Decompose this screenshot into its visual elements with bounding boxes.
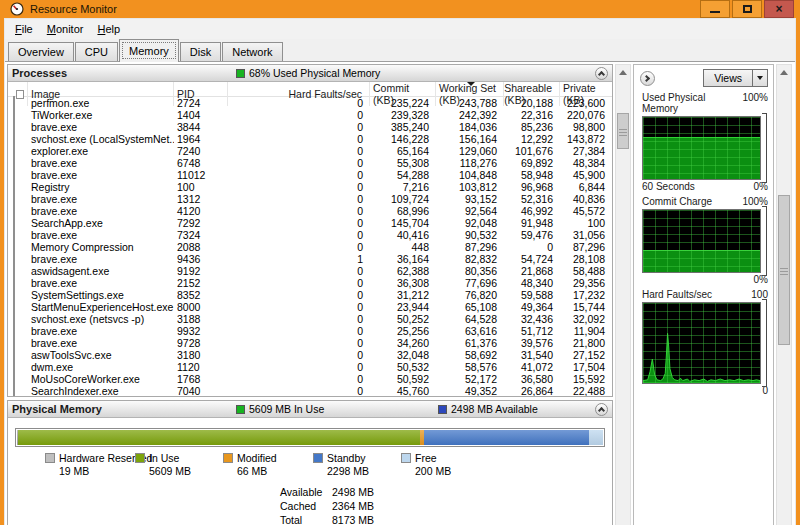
memory-graph: Commit Charge100% 0% (634, 196, 773, 286)
cell-hard-faults: 0 (228, 217, 370, 229)
cell-shareable: 21,868 (504, 265, 560, 277)
table-row[interactable]: svchost.exe (netsvcs -p) 3188 0 50,252 6… (8, 313, 612, 325)
cell-commit: 31,212 (370, 289, 436, 301)
table-row[interactable]: svchost.exe (LocalSystemNet... 1964 0 14… (8, 133, 612, 145)
table-row[interactable]: explorer.exe 7240 0 65,164 129,060 101,6… (8, 145, 612, 157)
column-header-pid[interactable]: PID (174, 82, 228, 106)
tab-disk[interactable]: Disk (180, 42, 221, 61)
cell-working-set: 129,060 (436, 145, 504, 157)
cell-pid: 2152 (174, 277, 228, 289)
tab-overview[interactable]: Overview (8, 42, 74, 61)
table-row[interactable]: brave.exe 4120 0 68,996 92,564 46,992 45… (8, 205, 612, 217)
left-scrollbar[interactable] (615, 64, 631, 525)
cell-working-set: 80,356 (436, 265, 504, 277)
cell-commit: 62,388 (370, 265, 436, 277)
cell-hard-faults: 0 (228, 313, 370, 325)
cell-working-set: 82,832 (436, 253, 504, 265)
close-icon: × (775, 3, 782, 15)
table-row[interactable]: dwm.exe 1120 0 50,532 58,576 41,072 17,5… (8, 361, 612, 373)
collapse-processes-button[interactable] (595, 67, 608, 80)
menu-help[interactable]: Help (91, 21, 126, 37)
table-row[interactable]: TiWorker.exe 1404 0 239,328 242,392 22,3… (8, 109, 612, 121)
stat-label: Available (280, 486, 332, 498)
table-row[interactable]: aswidsagent.exe 9192 0 62,388 80,356 21,… (8, 265, 612, 277)
table-row[interactable]: SearchApp.exe 7292 0 145,704 92,048 91,9… (8, 217, 612, 229)
maximize-button[interactable] (732, 0, 762, 18)
cell-hard-faults: 0 (228, 289, 370, 301)
column-header-image[interactable]: Image (28, 82, 174, 106)
legend-item: Standby 2298 MB (313, 452, 369, 477)
menu-monitor[interactable]: Monitor (41, 21, 90, 37)
table-row[interactable]: aswToolsSvc.exe 3180 0 32,048 58,692 31,… (8, 349, 612, 361)
table-row[interactable]: brave.exe 1312 0 109,724 93,152 52,316 4… (8, 193, 612, 205)
cell-commit: 50,252 (370, 313, 436, 325)
cell-image: MoUsoCoreWorker.exe (28, 373, 174, 385)
table-row[interactable]: Registry 100 0 7,216 103,812 96,968 6,84… (8, 181, 612, 193)
cell-working-set: 49,352 (436, 385, 504, 396)
minimize-button[interactable] (700, 0, 730, 18)
cell-pid: 7324 (174, 229, 228, 241)
cell-hard-faults: 0 (228, 241, 370, 253)
cell-shareable: 58,948 (504, 169, 560, 181)
table-row[interactable]: brave.exe 7324 0 40,416 90,532 59,476 31… (8, 229, 612, 241)
cell-working-set: 242,392 (436, 109, 504, 121)
graph-title: Commit Charge (642, 196, 712, 207)
column-header-hard-faults[interactable]: Hard Faults/sec (228, 82, 370, 106)
cell-hard-faults: 0 (228, 337, 370, 349)
cell-hard-faults: 0 (228, 349, 370, 361)
cell-shareable: 49,364 (504, 301, 560, 313)
menu-file[interactable]: File (9, 21, 39, 37)
scrollbar-thumb[interactable] (778, 195, 790, 345)
legend-color-icon (401, 453, 411, 463)
cell-shareable: 36,580 (504, 373, 560, 385)
views-button[interactable]: Views (703, 69, 768, 87)
legend-color-icon (313, 453, 323, 463)
collapse-physical-memory-button[interactable] (595, 403, 608, 416)
tab-cpu[interactable]: CPU (75, 42, 118, 61)
tab-memory[interactable]: Memory (119, 39, 179, 62)
used-memory-status: 68% Used Physical Memory (236, 67, 380, 79)
table-row[interactable]: MoUsoCoreWorker.exe 1768 0 50,592 52,172… (8, 373, 612, 385)
close-button[interactable]: × (764, 0, 794, 18)
graph-title: Used Physical Memory (642, 92, 742, 114)
cell-pid: 6748 (174, 157, 228, 169)
cell-working-set: 63,616 (436, 325, 504, 337)
views-button-label: Views (704, 70, 752, 86)
table-row[interactable]: brave.exe 9932 0 25,256 63,616 51,712 11… (8, 325, 612, 337)
table-row[interactable]: SystemSettings.exe 8352 0 31,212 76,820 … (8, 289, 612, 301)
cell-commit: 65,164 (370, 145, 436, 157)
expand-pane-button[interactable] (640, 71, 655, 86)
cell-pid: 1404 (174, 109, 228, 121)
table-row[interactable]: brave.exe 2152 0 36,308 77,696 48,340 29… (8, 277, 612, 289)
scroll-up-button[interactable] (777, 65, 791, 80)
legend-value: 200 MB (415, 465, 451, 477)
table-row[interactable]: brave.exe 6748 0 55,308 118,276 69,892 4… (8, 157, 612, 169)
table-row[interactable]: brave.exe 3844 0 385,240 184,036 85,236 … (8, 121, 612, 133)
column-header-commit[interactable]: Commit (KB) (370, 82, 436, 106)
table-row[interactable]: brave.exe 9728 0 34,260 61,376 39,576 21… (8, 337, 612, 349)
column-header-working-set[interactable]: Working Set (KB) (436, 82, 504, 106)
tab-network[interactable]: Network (222, 42, 282, 61)
cell-image: SearchIndexer.exe (28, 385, 174, 396)
scroll-up-button[interactable] (616, 65, 630, 80)
column-header-shareable[interactable]: Shareable (KB) (504, 82, 560, 106)
table-row[interactable]: SearchIndexer.exe 7040 0 45,760 49,352 2… (8, 385, 612, 396)
table-row[interactable]: Memory Compression 2088 0 448 87,296 0 8… (8, 241, 612, 253)
cell-commit: 36,164 (370, 253, 436, 265)
processes-panel: Processes 68% Used Physical Memory Image… (7, 64, 613, 397)
right-scrollbar[interactable] (776, 64, 792, 525)
cell-shareable: 48,340 (504, 277, 560, 289)
table-row[interactable]: brave.exe 11012 0 54,288 104,848 58,948 … (8, 169, 612, 181)
cell-private: 6,844 (560, 181, 612, 193)
column-header-private[interactable]: Private (KB) (560, 82, 612, 106)
table-row[interactable]: brave.exe 9436 1 36,164 82,832 54,724 28… (8, 253, 612, 265)
cell-private: 15,592 (560, 373, 612, 385)
stat-label: Cached (280, 500, 332, 512)
cell-private: 17,232 (560, 289, 612, 301)
table-row[interactable]: StartMenuExperienceHost.exe 8000 0 23,94… (8, 301, 612, 313)
select-all-checkbox[interactable] (8, 82, 28, 106)
views-dropdown-arrow[interactable] (752, 70, 767, 86)
row-checkbox[interactable] (13, 384, 15, 396)
legend-label: Standby (327, 452, 366, 464)
scrollbar-thumb[interactable] (617, 113, 629, 149)
